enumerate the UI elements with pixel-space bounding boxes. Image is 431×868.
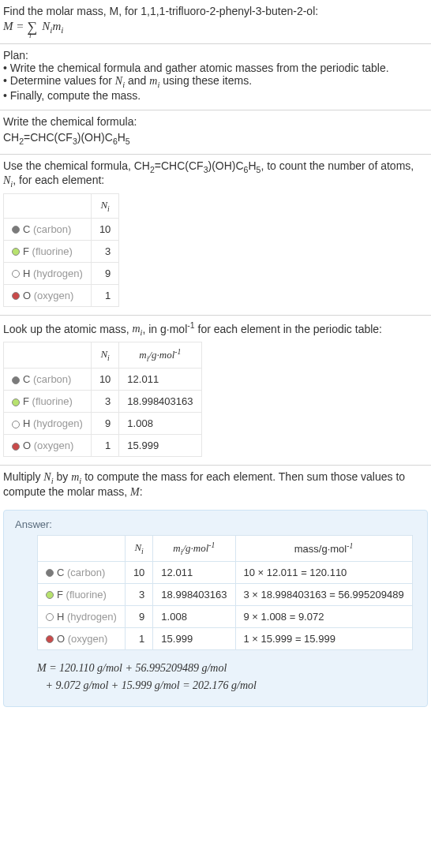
mi-cell: 1.008 xyxy=(153,605,235,627)
table-row: C (carbon)10 xyxy=(4,218,119,240)
element-swatch xyxy=(12,270,20,278)
mi-cell: 15.999 xyxy=(153,627,235,649)
element-symbol: H xyxy=(57,611,64,623)
section-mass: Look up the atomic mass, mi, in g·mol-1 … xyxy=(0,316,431,466)
ni-cell: 10 xyxy=(91,218,118,240)
mass-cell: 3 × 18.998403163 = 56.995209489 xyxy=(235,583,412,605)
element-symbol: O xyxy=(57,633,65,645)
mi-cell: 12.011 xyxy=(153,561,235,583)
table-row: F (fluorine)3 xyxy=(4,240,119,262)
table-row: H (hydrogen)91.0089 × 1.008 = 9.072 xyxy=(38,605,413,627)
element-cell: F (fluorine) xyxy=(4,240,92,262)
th-mi: mi/g·mol-1 xyxy=(119,342,201,369)
element-swatch xyxy=(12,226,20,234)
element-name: (carbon) xyxy=(64,567,105,578)
element-symbol: F xyxy=(23,245,29,257)
answer-r2: + 9.072 g/mol + 15.999 g/mol = 202.176 g… xyxy=(46,679,257,691)
plan-bullet-1: • Write the chemical formula and gather … xyxy=(3,62,428,74)
table-row: O (oxygen)1 xyxy=(4,284,119,306)
th-ni2: Ni xyxy=(91,342,118,369)
mi-cell: 18.998403163 xyxy=(119,391,201,413)
plan-title: Plan: xyxy=(3,49,428,62)
mult-d: : xyxy=(140,485,143,498)
ni-cell: 9 xyxy=(125,605,152,627)
element-cell: C (carbon) xyxy=(4,369,92,391)
ni-cell: 9 xyxy=(91,413,118,435)
element-swatch xyxy=(12,421,20,428)
table-row: H (hydrogen)9 xyxy=(4,262,119,284)
section-count: Use the chemical formula, CH2=CHC(CF3)(O… xyxy=(0,155,431,316)
mass-text: Look up the atomic mass, mi, in g·mol-1 … xyxy=(3,320,428,337)
element-swatch xyxy=(12,398,20,406)
element-symbol: C xyxy=(23,373,30,385)
multiply-text: Multiply Ni by mi to compute the mass fo… xyxy=(3,470,428,499)
plan-b2-c: using these items. xyxy=(159,74,252,87)
answer-table: Ni mi/g·mol-1 mass/g·mol-1 C (carbon)101… xyxy=(37,535,413,650)
plan-b2-a: • Determine values for xyxy=(3,74,115,87)
th-ni: Ni xyxy=(91,194,118,219)
element-cell: F (fluorine) xyxy=(4,391,92,413)
element-name: (oxygen) xyxy=(31,440,73,451)
element-cell: C (carbon) xyxy=(38,561,126,583)
element-cell: O (oxygen) xyxy=(38,627,126,649)
element-name: (fluorine) xyxy=(29,245,73,257)
mass-b: , in g·mol xyxy=(142,322,187,335)
table-row: C (carbon)1012.011 xyxy=(4,369,202,391)
element-name: (hydrogen) xyxy=(30,268,82,279)
element-name: (fluorine) xyxy=(29,395,73,407)
element-name: (fluorine) xyxy=(63,589,107,600)
element-swatch xyxy=(46,591,54,599)
th-ni-text: N xyxy=(100,199,107,211)
element-name: (carbon) xyxy=(30,223,71,235)
element-swatch xyxy=(12,443,20,451)
element-symbol: H xyxy=(23,268,30,279)
ni-cell: 3 xyxy=(125,583,152,605)
mass-cell: 9 × 1.008 = 9.072 xyxy=(235,605,412,627)
element-swatch xyxy=(12,376,20,384)
table-row: C (carbon)1012.01110 × 12.011 = 120.110 xyxy=(38,561,413,583)
plan-bullet-2: • Determine values for Ni and mi using t… xyxy=(3,74,428,89)
intro-formula: M = ∑i Nimi xyxy=(3,19,428,36)
ni-cell: 9 xyxy=(91,262,118,284)
element-name: (carbon) xyxy=(30,373,71,385)
count-text: Use the chemical formula, CH2=CHC(CF3)(O… xyxy=(3,159,428,189)
element-name: (hydrogen) xyxy=(30,417,82,429)
element-swatch xyxy=(46,569,54,577)
mult-b: by xyxy=(54,470,72,483)
mult-a: Multiply xyxy=(3,470,43,483)
element-cell: H (hydrogen) xyxy=(4,413,92,435)
element-cell: C (carbon) xyxy=(4,218,92,240)
section-formula: Write the chemical formula: CH2=CHC(CF3)… xyxy=(0,110,431,155)
section-multiply: Multiply Ni by mi to compute the mass fo… xyxy=(0,466,431,507)
count-c: , for each element: xyxy=(13,174,104,186)
count-a: Use the chemical formula, xyxy=(3,159,134,172)
element-swatch xyxy=(46,613,54,621)
section-plan: Plan: • Write the chemical formula and g… xyxy=(0,44,431,110)
th-ni2-text: N xyxy=(100,348,107,360)
th-blank2 xyxy=(4,342,92,369)
mi-cell: 1.008 xyxy=(119,413,201,435)
mi-cell: 15.999 xyxy=(119,435,201,457)
element-symbol: O xyxy=(23,440,31,451)
element-symbol: F xyxy=(23,395,29,407)
count-table: Ni C (carbon)10F (fluorine)3H (hydrogen)… xyxy=(3,193,119,307)
element-symbol: H xyxy=(23,417,30,429)
element-cell: O (oxygen) xyxy=(4,284,92,306)
answer-box: Answer: Ni mi/g·mol-1 mass/g·mol-1 C (ca… xyxy=(3,510,428,707)
element-cell: H (hydrogen) xyxy=(4,262,92,284)
ath-mi-unit: /g·mol xyxy=(182,542,208,554)
mass-table: Ni mi/g·mol-1 C (carbon)1012.011F (fluor… xyxy=(3,342,202,457)
element-symbol: C xyxy=(23,223,30,235)
ath-blank xyxy=(38,535,126,561)
table-row: F (fluorine)318.9984031633 × 18.99840316… xyxy=(38,583,413,605)
ni-cell: 10 xyxy=(91,369,118,391)
element-cell: O (oxygen) xyxy=(4,435,92,457)
mass-c: for each element in the periodic table: xyxy=(195,322,382,335)
ath-ni: Ni xyxy=(125,535,152,561)
element-name: (oxygen) xyxy=(65,633,107,645)
ni-cell: 3 xyxy=(91,240,118,262)
element-swatch xyxy=(12,292,20,300)
intro-text: Find the molar mass, M, for 1,1,1-triflu… xyxy=(3,5,318,17)
mass-cell: 10 × 12.011 = 120.110 xyxy=(235,561,412,583)
table-row: F (fluorine)318.998403163 xyxy=(4,391,202,413)
